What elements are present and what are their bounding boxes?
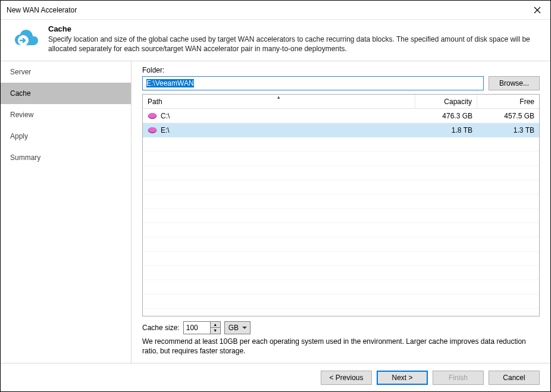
header-text: Cache Specify location and size of the g… [48,24,542,54]
cache-size-hint: We recommend at least 10GB per each oper… [142,337,540,356]
page-description: Specify location and size of the global … [48,35,542,54]
cloud-arrow-icon [11,24,40,53]
column-capacity[interactable]: Capacity [415,95,477,108]
wizard-body: Server Cache Review Apply Summary Folder… [1,61,550,363]
cell-free: 457.5 GB [477,112,539,120]
svg-point-6 [148,127,156,132]
disk-icon [148,127,157,134]
spinner-up[interactable]: ▲ [211,322,220,328]
close-icon [534,7,541,14]
folder-label: Folder: [142,66,540,74]
unit-select-wrap: GB [224,321,251,334]
wizard-header: Cache Specify location and size of the g… [1,20,550,61]
disk-table: Path ▴ Capacity Free C:\ 476. [142,94,540,316]
main-panel: Folder: Browse... Path ▴ Capacity Free [132,61,550,363]
next-button[interactable]: Next > [377,371,428,385]
browse-button[interactable]: Browse... [489,76,540,90]
nav-item-review[interactable]: Review [1,104,131,126]
cell-path: C:\ [161,112,170,120]
previous-button[interactable]: < Previous [321,371,372,385]
dialog-window: New WAN Accelerator Cache Specify locati… [0,0,551,392]
close-button[interactable] [524,1,550,20]
page-title: Cache [48,24,542,33]
cancel-button[interactable]: Cancel [489,371,540,385]
cache-size-input[interactable] [184,322,210,334]
cell-capacity: 1.8 TB [415,126,477,134]
window-title: New WAN Accelerator [7,6,77,14]
spinner-buttons: ▲ ▼ [210,322,220,334]
folder-input[interactable] [142,76,484,90]
cache-unit-select[interactable]: GB [224,321,251,334]
cache-size-spinner: ▲ ▼ [183,321,221,334]
cell-free: 1.3 TB [477,126,539,134]
nav-item-server[interactable]: Server [1,61,131,83]
folder-row: Browse... [142,76,540,90]
wizard-nav: Server Cache Review Apply Summary [1,61,132,363]
cell-path: E:\ [161,126,170,134]
wizard-footer: < Previous Next > Finish Cancel [1,363,550,391]
column-path[interactable]: Path ▴ [143,95,415,108]
finish-button[interactable]: Finish [433,371,484,385]
cache-size-row: Cache size: ▲ ▼ GB [142,321,540,334]
title-bar: New WAN Accelerator [1,1,550,20]
column-free[interactable]: Free [477,95,539,108]
nav-item-cache[interactable]: Cache [1,83,131,104]
table-row[interactable]: E:\ 1.8 TB 1.3 TB [143,123,539,137]
sort-indicator-icon: ▴ [277,94,280,100]
table-header: Path ▴ Capacity Free [143,95,539,109]
spinner-down[interactable]: ▼ [211,328,220,334]
nav-item-summary[interactable]: Summary [1,147,131,168]
svg-point-4 [148,113,156,118]
table-body[interactable]: C:\ 476.3 GB 457.5 GB E:\ 1.8 TB [143,109,539,315]
cell-capacity: 476.3 GB [415,112,477,120]
cache-size-label: Cache size: [142,324,180,332]
nav-item-apply[interactable]: Apply [1,126,131,147]
disk-icon [148,112,157,120]
table-row[interactable]: C:\ 476.3 GB 457.5 GB [143,109,539,123]
